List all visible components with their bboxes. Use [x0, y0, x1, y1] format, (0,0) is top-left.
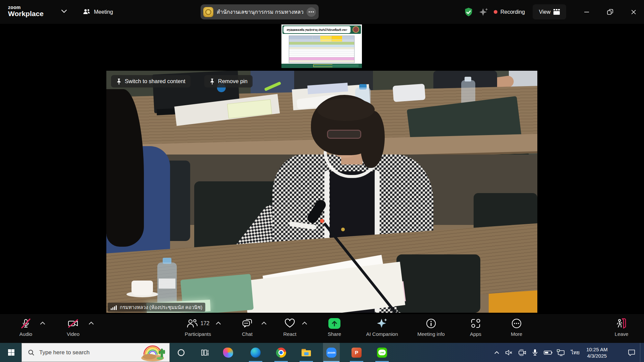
audio-label: Audio: [19, 331, 32, 337]
restore-button[interactable]: [602, 0, 618, 24]
tray-date: 4/3/2025: [587, 353, 607, 359]
react-options-chevron[interactable]: [302, 321, 307, 325]
share-icon: [328, 318, 340, 329]
react-button[interactable]: React: [280, 317, 300, 337]
start-button[interactable]: [3, 343, 19, 362]
recording-indicator[interactable]: Recording: [494, 0, 525, 24]
tab-meeting[interactable]: Meeting: [83, 0, 113, 24]
workspace-chevron-down-icon[interactable]: [61, 9, 67, 13]
tray-language-indicator[interactable]: ไทย: [568, 343, 583, 362]
tray-battery-icon[interactable]: [541, 343, 555, 362]
video-options-chevron[interactable]: [89, 321, 94, 325]
apps-label: Apps: [470, 331, 481, 337]
mic-muted-icon: [20, 317, 31, 329]
meeting-info-button[interactable]: Meeting info: [417, 317, 445, 337]
remove-pin-button[interactable]: Remove pin: [204, 75, 253, 87]
chat-icon: [241, 317, 253, 329]
more-button[interactable]: More: [506, 317, 527, 337]
participants-label: Participants: [185, 331, 211, 337]
audio-button[interactable]: Audio: [16, 317, 36, 337]
meeting-tab-label: Meeting: [94, 9, 113, 15]
share-label: Share: [328, 331, 341, 337]
logo-zoom: zoom: [8, 5, 44, 10]
meeting-info-label: Meeting info: [417, 331, 445, 337]
react-label: React: [283, 331, 296, 337]
tray-camera-icon[interactable]: [516, 343, 529, 362]
windows-taskbar: zoom P LINE: [0, 343, 644, 362]
info-icon: [426, 317, 436, 329]
participant-name-text: กรมทางหลวง (ห้องประชุมมนัส คอวนิช): [120, 303, 202, 311]
shared-content-pill[interactable]: สำนักงานเลขานุการกรม กรมทางหลวง: [201, 4, 319, 19]
video-label: Video: [67, 331, 79, 337]
pin-icon: [209, 78, 215, 85]
minimize-button[interactable]: [579, 0, 594, 24]
taskbar-line-icon[interactable]: LINE: [374, 343, 390, 362]
shared-content-title: สำนักงานเลขานุการกรม กรมทางหลวง: [217, 8, 303, 16]
chat-options-chevron[interactable]: [261, 321, 267, 325]
shared-content-more-button[interactable]: [307, 7, 316, 17]
taskbar-explorer-icon[interactable]: [298, 343, 315, 362]
taskbar-search[interactable]: [21, 343, 170, 362]
taskbar-copilot-icon[interactable]: [220, 343, 236, 362]
shared-content-thumbnail[interactable]: สรุปยอดคงเหลือ (รอเบิกจ่าย) เงินกันไว้เบ…: [281, 24, 362, 68]
zoom-workplace-logo: zoom Workplace: [8, 5, 44, 17]
share-button[interactable]: Share: [324, 317, 344, 337]
view-label: View: [539, 9, 550, 15]
meeting-people-icon: [83, 8, 91, 16]
cortana-button[interactable]: [173, 343, 190, 362]
action-center-button[interactable]: [624, 343, 639, 362]
screen: zoom Workplace Meeting สำนักงานเลขานุการ…: [0, 0, 644, 362]
meeting-toolbar: Audio Video 172 Participants: [0, 314, 644, 343]
heart-icon: [284, 317, 296, 329]
participants-options-chevron[interactable]: [216, 321, 221, 325]
tray-hidden-icons-chevron[interactable]: [490, 343, 504, 362]
signal-bars-icon: [111, 305, 117, 310]
shared-app-icon: [203, 7, 213, 17]
tray-clock[interactable]: 10:25 AM 4/3/2025: [586, 343, 607, 362]
apps-button[interactable]: Apps: [466, 317, 486, 337]
taskbar-powerpoint-icon[interactable]: P: [348, 343, 365, 362]
participants-button[interactable]: 172 Participants: [185, 317, 211, 337]
view-button[interactable]: View: [533, 4, 566, 19]
search-icon: [28, 349, 35, 356]
leave-button[interactable]: Leave: [611, 317, 632, 337]
taskbar-chrome-icon[interactable]: [273, 343, 289, 362]
pin-icon: [116, 78, 122, 85]
switch-to-shared-content-label: Switch to shared content: [125, 78, 185, 84]
search-input[interactable]: [39, 349, 139, 356]
pinned-video-feed[interactable]: Switch to shared content Remove pin กรมท…: [106, 71, 537, 313]
microphone: [106, 71, 537, 313]
close-button[interactable]: [626, 0, 641, 24]
participants-icon: [186, 318, 198, 328]
department-seal-icon: [353, 26, 359, 33]
show-desktop-divider[interactable]: [640, 343, 640, 362]
slide-title-box: สรุปยอดคงเหลือ (รอเบิกจ่าย) เงินกันไว้เบ…: [283, 26, 351, 33]
chat-button[interactable]: Chat: [237, 317, 257, 337]
taskbar-zoom-icon[interactable]: zoom: [323, 343, 340, 362]
slide-header-band: สรุปยอดคงเหลือ (รอเบิกจ่าย) เงินกันไว้เบ…: [282, 25, 361, 34]
apps-icon: [470, 317, 481, 329]
audio-options-chevron[interactable]: [40, 321, 45, 325]
slide-footer-chip2: [332, 64, 359, 67]
slide-table: [289, 36, 355, 63]
ai-companion-label: AI Companion: [366, 331, 398, 337]
video-button[interactable]: Video: [63, 317, 83, 337]
chat-label: Chat: [242, 331, 253, 337]
more-label: More: [511, 331, 522, 337]
recording-dot-icon: [494, 10, 497, 14]
search-daily-image[interactable]: [139, 343, 169, 362]
camera-off-icon: [67, 317, 79, 329]
security-shield-icon[interactable]: [464, 7, 474, 17]
taskbar-edge-icon[interactable]: [247, 343, 264, 362]
logo-workplace: Workplace: [8, 10, 44, 17]
ai-companion-button[interactable]: AI Companion: [366, 317, 398, 337]
ai-companion-icon: [376, 317, 388, 329]
slide-footer-chip: [313, 64, 333, 67]
tray-volume-muted-icon[interactable]: [502, 343, 515, 362]
tray-network-icon[interactable]: [554, 343, 568, 362]
ai-sparkle-icon[interactable]: [479, 7, 489, 17]
task-view-button[interactable]: [197, 343, 213, 362]
switch-to-shared-content-button[interactable]: Switch to shared content: [111, 75, 191, 87]
leave-icon: [615, 317, 628, 329]
tray-microphone-icon[interactable]: [529, 343, 541, 362]
